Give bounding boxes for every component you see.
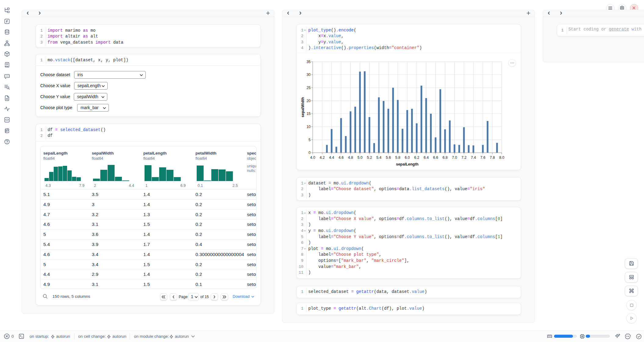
svg-text:7.2: 7.2	[461, 155, 467, 160]
svg-text:4.6: 4.6	[338, 155, 344, 160]
svg-text:6.2: 6.2	[414, 155, 419, 160]
svg-text:0: 0	[309, 151, 311, 155]
svg-text:4.8: 4.8	[348, 155, 353, 160]
svg-text:15: 15	[306, 112, 311, 116]
svg-text:7.8: 7.8	[490, 155, 495, 160]
svg-text:20: 20	[306, 99, 311, 103]
svg-text:5.4: 5.4	[376, 155, 381, 160]
svg-text:7.4: 7.4	[471, 155, 476, 160]
svg-text:6.6: 6.6	[433, 155, 438, 160]
svg-text:5.0: 5.0	[357, 155, 363, 160]
svg-text:4.2: 4.2	[320, 155, 325, 160]
svg-text:35: 35	[306, 60, 311, 64]
svg-text:6.4: 6.4	[424, 155, 429, 160]
svg-text:sepalWidth: sepalWidth	[301, 97, 305, 117]
svg-text:25: 25	[306, 86, 311, 90]
svg-text:4.0: 4.0	[310, 155, 315, 160]
svg-text:4.4: 4.4	[329, 155, 334, 160]
svg-text:5.6: 5.6	[386, 155, 391, 160]
svg-text:5.8: 5.8	[395, 155, 400, 160]
svg-text:10: 10	[306, 125, 311, 129]
svg-text:30: 30	[306, 73, 311, 77]
svg-text:7.0: 7.0	[452, 155, 457, 160]
svg-text:7.6: 7.6	[480, 155, 485, 160]
svg-text:sepalLength: sepalLength	[396, 162, 419, 166]
svg-text:5: 5	[309, 138, 311, 142]
svg-text:6.0: 6.0	[405, 155, 410, 160]
svg-text:8.0: 8.0	[499, 155, 504, 160]
svg-text:5.2: 5.2	[367, 155, 372, 160]
svg-text:6.8: 6.8	[442, 155, 448, 160]
